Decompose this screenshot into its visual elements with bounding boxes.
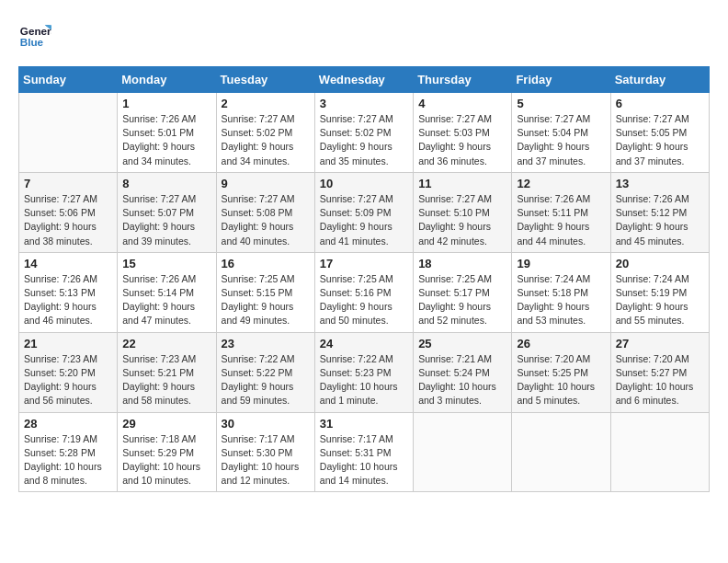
day-info: Sunrise: 7:23 AM Sunset: 5:20 PM Dayligh… (24, 352, 112, 408)
calendar-cell: 24Sunrise: 7:22 AM Sunset: 5:23 PM Dayli… (314, 332, 413, 412)
day-info: Sunrise: 7:27 AM Sunset: 5:02 PM Dayligh… (320, 112, 408, 168)
calendar-cell: 14Sunrise: 7:26 AM Sunset: 5:13 PM Dayli… (19, 252, 118, 332)
day-info: Sunrise: 7:26 AM Sunset: 5:13 PM Dayligh… (24, 272, 112, 328)
day-info: Sunrise: 7:20 AM Sunset: 5:25 PM Dayligh… (517, 352, 605, 408)
calendar-cell: 7Sunrise: 7:27 AM Sunset: 5:06 PM Daylig… (19, 172, 118, 252)
day-number: 8 (122, 177, 210, 190)
day-info: Sunrise: 7:17 AM Sunset: 5:30 PM Dayligh… (222, 432, 310, 488)
calendar-cell: 16Sunrise: 7:25 AM Sunset: 5:15 PM Dayli… (216, 252, 314, 332)
day-info: Sunrise: 7:27 AM Sunset: 5:03 PM Dayligh… (418, 112, 506, 168)
day-info: Sunrise: 7:27 AM Sunset: 5:04 PM Dayligh… (517, 112, 605, 168)
calendar-cell: 20Sunrise: 7:24 AM Sunset: 5:19 PM Dayli… (610, 252, 709, 332)
calendar-cell: 28Sunrise: 7:19 AM Sunset: 5:28 PM Dayli… (19, 412, 118, 492)
day-number: 28 (24, 417, 112, 431)
day-number: 20 (616, 257, 704, 270)
day-number: 4 (418, 97, 506, 110)
calendar-cell: 29Sunrise: 7:18 AM Sunset: 5:29 PM Dayli… (118, 412, 216, 492)
day-info: Sunrise: 7:27 AM Sunset: 5:10 PM Dayligh… (418, 192, 506, 248)
col-header-tuesday: Tuesday (216, 67, 314, 93)
day-number: 31 (320, 417, 408, 431)
day-info: Sunrise: 7:26 AM Sunset: 5:01 PM Dayligh… (122, 112, 210, 168)
calendar-table: SundayMondayTuesdayWednesdayThursdayFrid… (18, 66, 710, 492)
col-header-friday: Friday (512, 67, 610, 93)
day-number: 22 (122, 337, 210, 350)
day-number: 10 (320, 177, 408, 190)
day-info: Sunrise: 7:25 AM Sunset: 5:15 PM Dayligh… (222, 272, 310, 328)
day-info: Sunrise: 7:25 AM Sunset: 5:16 PM Dayligh… (320, 272, 408, 328)
calendar-cell: 6Sunrise: 7:27 AM Sunset: 5:05 PM Daylig… (610, 93, 709, 173)
calendar-cell: 27Sunrise: 7:20 AM Sunset: 5:27 PM Dayli… (610, 332, 709, 412)
day-info: Sunrise: 7:26 AM Sunset: 5:11 PM Dayligh… (517, 192, 605, 248)
day-number: 21 (24, 337, 112, 350)
day-number: 9 (222, 177, 310, 190)
day-number: 12 (517, 177, 605, 190)
day-number: 23 (222, 337, 310, 350)
day-number: 14 (24, 257, 112, 270)
calendar-cell: 9Sunrise: 7:27 AM Sunset: 5:08 PM Daylig… (216, 172, 314, 252)
day-number: 18 (418, 257, 506, 270)
day-info: Sunrise: 7:17 AM Sunset: 5:31 PM Dayligh… (320, 432, 408, 488)
calendar-cell: 22Sunrise: 7:23 AM Sunset: 5:21 PM Dayli… (118, 332, 216, 412)
svg-text:Blue: Blue (20, 36, 44, 48)
day-number: 3 (320, 97, 408, 110)
page-header: General Blue (18, 18, 710, 52)
day-info: Sunrise: 7:27 AM Sunset: 5:07 PM Dayligh… (122, 192, 210, 248)
day-number: 6 (616, 97, 704, 110)
calendar-cell (610, 412, 709, 492)
calendar-cell: 5Sunrise: 7:27 AM Sunset: 5:04 PM Daylig… (512, 93, 610, 173)
calendar-cell: 17Sunrise: 7:25 AM Sunset: 5:16 PM Dayli… (314, 252, 413, 332)
day-number: 19 (517, 257, 605, 270)
calendar-cell: 31Sunrise: 7:17 AM Sunset: 5:31 PM Dayli… (314, 412, 413, 492)
day-info: Sunrise: 7:19 AM Sunset: 5:28 PM Dayligh… (24, 432, 112, 488)
day-info: Sunrise: 7:18 AM Sunset: 5:29 PM Dayligh… (122, 432, 210, 488)
day-info: Sunrise: 7:27 AM Sunset: 5:06 PM Dayligh… (24, 192, 112, 248)
calendar-cell: 12Sunrise: 7:26 AM Sunset: 5:11 PM Dayli… (512, 172, 610, 252)
logo: General Blue (18, 18, 51, 52)
day-info: Sunrise: 7:27 AM Sunset: 5:08 PM Dayligh… (222, 192, 310, 248)
day-info: Sunrise: 7:24 AM Sunset: 5:18 PM Dayligh… (517, 272, 605, 328)
calendar-cell: 21Sunrise: 7:23 AM Sunset: 5:20 PM Dayli… (19, 332, 118, 412)
day-number: 17 (320, 257, 408, 270)
day-info: Sunrise: 7:27 AM Sunset: 5:05 PM Dayligh… (616, 112, 704, 168)
day-info: Sunrise: 7:22 AM Sunset: 5:22 PM Dayligh… (222, 352, 310, 408)
col-header-sunday: Sunday (19, 67, 118, 93)
day-info: Sunrise: 7:23 AM Sunset: 5:21 PM Dayligh… (122, 352, 210, 408)
day-info: Sunrise: 7:26 AM Sunset: 5:12 PM Dayligh… (616, 192, 704, 248)
calendar-cell: 1Sunrise: 7:26 AM Sunset: 5:01 PM Daylig… (118, 93, 216, 173)
day-info: Sunrise: 7:27 AM Sunset: 5:02 PM Dayligh… (222, 112, 310, 168)
day-number: 25 (418, 337, 506, 350)
calendar-cell: 26Sunrise: 7:20 AM Sunset: 5:25 PM Dayli… (512, 332, 610, 412)
col-header-monday: Monday (118, 67, 216, 93)
day-info: Sunrise: 7:21 AM Sunset: 5:24 PM Dayligh… (418, 352, 506, 408)
calendar-cell: 23Sunrise: 7:22 AM Sunset: 5:22 PM Dayli… (216, 332, 314, 412)
col-header-wednesday: Wednesday (314, 67, 413, 93)
day-number: 30 (222, 417, 310, 431)
calendar-cell: 3Sunrise: 7:27 AM Sunset: 5:02 PM Daylig… (314, 93, 413, 173)
calendar-cell: 2Sunrise: 7:27 AM Sunset: 5:02 PM Daylig… (216, 93, 314, 173)
day-number: 24 (320, 337, 408, 350)
day-number: 15 (122, 257, 210, 270)
day-number: 5 (517, 97, 605, 110)
calendar-cell: 11Sunrise: 7:27 AM Sunset: 5:10 PM Dayli… (414, 172, 512, 252)
day-number: 29 (122, 417, 210, 431)
calendar-cell (512, 412, 610, 492)
day-number: 11 (418, 177, 506, 190)
logo-icon: General Blue (18, 18, 51, 52)
calendar-cell (19, 93, 118, 173)
day-info: Sunrise: 7:26 AM Sunset: 5:14 PM Dayligh… (122, 272, 210, 328)
calendar-cell: 13Sunrise: 7:26 AM Sunset: 5:12 PM Dayli… (610, 172, 709, 252)
day-info: Sunrise: 7:25 AM Sunset: 5:17 PM Dayligh… (418, 272, 506, 328)
col-header-saturday: Saturday (610, 67, 709, 93)
calendar-cell: 8Sunrise: 7:27 AM Sunset: 5:07 PM Daylig… (118, 172, 216, 252)
calendar-cell: 10Sunrise: 7:27 AM Sunset: 5:09 PM Dayli… (314, 172, 413, 252)
day-number: 7 (24, 177, 112, 190)
calendar-cell: 4Sunrise: 7:27 AM Sunset: 5:03 PM Daylig… (414, 93, 512, 173)
day-number: 1 (122, 97, 210, 110)
calendar-cell: 19Sunrise: 7:24 AM Sunset: 5:18 PM Dayli… (512, 252, 610, 332)
day-number: 13 (616, 177, 704, 190)
col-header-thursday: Thursday (414, 67, 512, 93)
day-info: Sunrise: 7:24 AM Sunset: 5:19 PM Dayligh… (616, 272, 704, 328)
day-number: 26 (517, 337, 605, 350)
calendar-cell: 25Sunrise: 7:21 AM Sunset: 5:24 PM Dayli… (414, 332, 512, 412)
calendar-cell (414, 412, 512, 492)
